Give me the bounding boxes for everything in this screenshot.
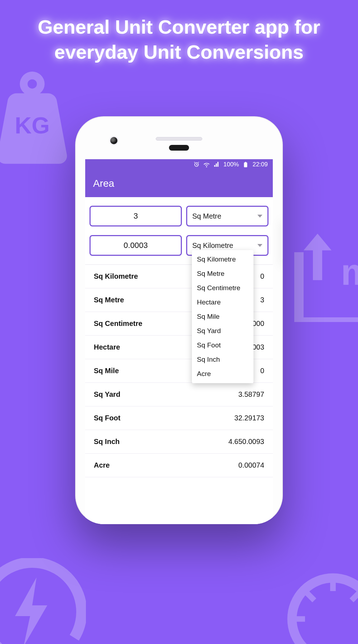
promo-headline: General Unit Converter app for everyday … [0, 14, 358, 64]
unit-dropdown-popup: Sq KilometreSq MetreSq CentimetreHectare… [192, 250, 253, 383]
dropdown-option[interactable]: Sq Kilometre [192, 252, 253, 267]
result-label: Sq Metre [94, 296, 124, 304]
app-bar: Area [85, 170, 273, 197]
input-unit-label: Sq Metre [192, 212, 221, 220]
output-unit-label: Sq Kilometre [192, 241, 233, 250]
result-label: Acre [94, 461, 110, 469]
dropdown-caret-icon [257, 244, 262, 247]
result-label: Sq Foot [94, 414, 120, 422]
input-value-field[interactable]: 3 [90, 206, 182, 226]
svg-point-3 [292, 578, 358, 644]
dropdown-option[interactable]: Sq Yard [192, 324, 253, 338]
wifi-icon [203, 161, 210, 168]
alarm-icon [193, 161, 200, 168]
svg-line-5 [352, 591, 358, 600]
phone-camera [110, 137, 117, 144]
result-value: 0 [260, 367, 264, 375]
ruler-icon: m [276, 229, 358, 322]
svg-text:m: m [341, 251, 358, 293]
result-value: 3.58797 [238, 390, 264, 399]
dropdown-option[interactable]: Hectare [192, 295, 253, 309]
clock-time: 22:09 [252, 161, 268, 168]
phone-sensor-pill [169, 145, 189, 151]
gauge-icon [286, 572, 358, 644]
result-row: Sq Inch4.650.0093 [85, 430, 273, 454]
signal-icon [213, 161, 220, 168]
svg-text:KG: KG [15, 112, 49, 138]
app-screen: 100% 22:09 Area 3 Sq Metre 0.0003 Sq Kil… [85, 159, 273, 524]
battery-icon [242, 161, 249, 168]
result-label: Sq Mile [94, 367, 119, 375]
result-row: Acre0.00074 [85, 454, 273, 477]
result-value: 0.00074 [238, 461, 264, 469]
battery-percent: 100% [223, 161, 239, 168]
bolt-icon [0, 558, 86, 644]
svg-point-2 [0, 558, 86, 644]
dropdown-option[interactable]: Sq Centimetre [192, 281, 253, 295]
weight-kg-icon: KG [0, 72, 72, 165]
result-value: 32.29173 [234, 414, 264, 422]
phone-speaker [156, 137, 202, 141]
dropdown-option[interactable]: Acre [192, 367, 253, 381]
phone-frame: 100% 22:09 Area 3 Sq Metre 0.0003 Sq Kil… [75, 116, 283, 524]
result-row: Sq Foot32.29173 [85, 406, 273, 430]
result-value: 4.650.0093 [228, 438, 264, 446]
result-value: 0 [260, 272, 264, 280]
dropdown-caret-icon [257, 215, 262, 218]
input-unit-select[interactable]: Sq Metre [186, 206, 268, 226]
result-label: Sq Centimetre [94, 319, 142, 328]
result-label: Hectare [94, 343, 120, 351]
input-row: 3 Sq Metre [90, 206, 268, 226]
phone-power-button [282, 213, 283, 259]
dropdown-option[interactable]: Sq Metre [192, 267, 253, 281]
result-label: Sq Kilometre [94, 272, 138, 280]
dropdown-option[interactable]: Sq Mile [192, 309, 253, 324]
result-label: Sq Yard [94, 390, 120, 399]
status-bar: 100% 22:09 [85, 159, 273, 170]
dropdown-option[interactable]: Sq Foot [192, 338, 253, 352]
output-value-field[interactable]: 0.0003 [90, 235, 182, 256]
dropdown-option[interactable]: Sq Inch [192, 352, 253, 367]
result-label: Sq Inch [94, 438, 120, 446]
app-bar-title: Area [93, 178, 114, 189]
result-value: 3 [260, 296, 264, 304]
svg-line-7 [305, 591, 314, 600]
result-row: Sq Yard3.58797 [85, 383, 273, 406]
